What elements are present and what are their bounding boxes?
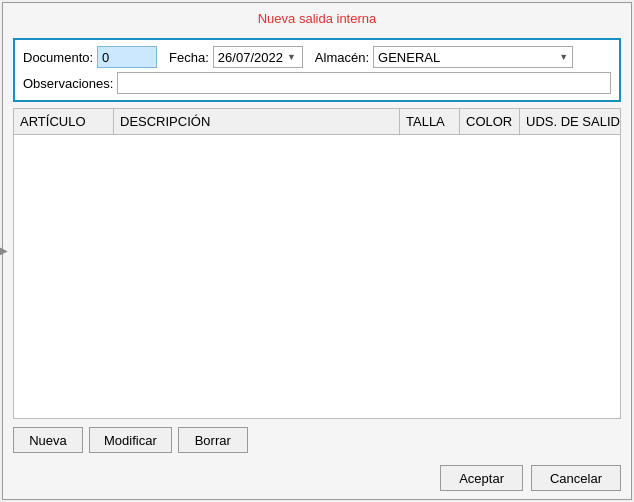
observaciones-label: Observaciones: xyxy=(23,76,113,91)
almacen-label: Almacén: xyxy=(315,50,369,65)
documento-label: Documento: xyxy=(23,50,93,65)
documento-input[interactable] xyxy=(97,46,157,68)
cancelar-button[interactable]: Cancelar xyxy=(531,465,621,491)
col-header-color: COLOR xyxy=(460,109,520,134)
bottom-buttons-row: Aceptar Cancelar xyxy=(3,459,631,499)
col-header-uds: UDS. DE SALIDA xyxy=(520,109,620,134)
aceptar-button[interactable]: Aceptar xyxy=(440,465,523,491)
fecha-value: 26/07/2022 xyxy=(218,50,283,65)
observaciones-input[interactable] xyxy=(117,72,611,94)
side-arrow-icon: ► xyxy=(0,242,11,260)
almacen-select[interactable]: GENERAL ▼ xyxy=(373,46,573,68)
col-header-articulo: ARTÍCULO xyxy=(14,109,114,134)
data-table: ARTÍCULO DESCRIPCIÓN TALLA COLOR UDS. DE… xyxy=(13,108,621,419)
window-title: Nueva salida interna xyxy=(3,3,631,32)
nueva-button[interactable]: Nueva xyxy=(13,427,83,453)
fecha-label: Fecha: xyxy=(169,50,209,65)
fecha-input[interactable]: 26/07/2022 ▼ xyxy=(213,46,303,68)
form-row-observaciones: Observaciones: xyxy=(23,72,611,94)
fecha-dropdown-arrow-icon: ▼ xyxy=(287,52,298,62)
almacen-dropdown-arrow-icon: ▼ xyxy=(559,52,568,62)
table-body xyxy=(14,135,620,418)
table-header: ARTÍCULO DESCRIPCIÓN TALLA COLOR UDS. DE… xyxy=(14,109,620,135)
main-window: ► Nueva salida interna Documento: Fecha:… xyxy=(2,2,632,500)
title-text: Nueva salida interna xyxy=(258,11,377,26)
form-section: Documento: Fecha: 26/07/2022 ▼ Almacén: … xyxy=(13,38,621,102)
form-row-documento: Documento: Fecha: 26/07/2022 ▼ Almacén: … xyxy=(23,46,611,68)
almacen-value: GENERAL xyxy=(378,50,440,65)
col-header-descripcion: DESCRIPCIÓN xyxy=(114,109,400,134)
col-header-talla: TALLA xyxy=(400,109,460,134)
action-buttons-row: Nueva Modificar Borrar xyxy=(13,427,621,453)
borrar-button[interactable]: Borrar xyxy=(178,427,248,453)
modificar-button[interactable]: Modificar xyxy=(89,427,172,453)
